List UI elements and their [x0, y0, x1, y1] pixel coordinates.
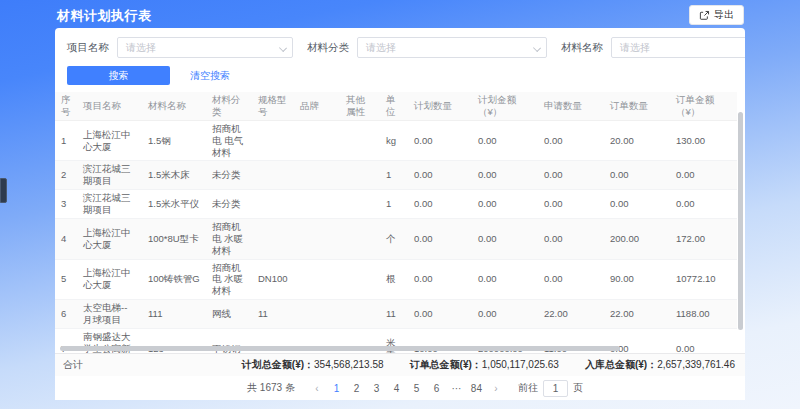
table-cell	[340, 161, 380, 190]
table-cell	[340, 300, 380, 329]
summary-row: 合计 计划总金额(¥)：354,568,213.58订单总金额(¥)：1,050…	[55, 353, 745, 376]
table-cell: 上海松江中心大厦	[77, 218, 142, 259]
table-cell: 3	[55, 190, 77, 219]
table-cell	[294, 120, 340, 161]
table-cell: 0.00	[472, 300, 538, 329]
vertical-scrollbar-thumb[interactable]	[738, 112, 743, 330]
table-cell	[252, 120, 294, 161]
table-cell: 0.00	[538, 259, 604, 300]
table-cell: 0.00	[408, 161, 472, 190]
page-title: 材料计划执行表	[57, 7, 152, 25]
table-cell: 4	[55, 218, 77, 259]
table-cell: 2	[55, 161, 77, 190]
page-button[interactable]: 5	[409, 383, 424, 394]
summary-total-item-label: 计划总金额(¥)：	[242, 359, 314, 370]
table-cell: 根	[380, 259, 408, 300]
filter-material-name: 材料名称 请选择	[561, 37, 745, 58]
page-button[interactable]: 84	[469, 383, 484, 394]
table-cell: 0.00	[538, 120, 604, 161]
pagination-total-count: 共 1673 条	[247, 381, 295, 395]
table-cell: 1.5米水平仪	[142, 190, 206, 219]
page-button[interactable]: 1	[329, 383, 344, 394]
summary-total-item: 计划总金额(¥)：354,568,213.58	[242, 358, 384, 372]
material-category-select[interactable]: 请选择	[357, 37, 547, 58]
table-cell: 滨江花城三期项目	[77, 190, 142, 219]
summary-total-item-value: 2,657,339,761.46	[657, 359, 735, 370]
export-label: 导出	[714, 8, 734, 22]
summary-totals: 计划总金额(¥)：354,568,213.58订单总金额(¥)：1,050,11…	[242, 358, 735, 372]
table-cell: 上海松江中心大厦	[77, 259, 142, 300]
page-button[interactable]: 2	[349, 383, 364, 394]
table-cell	[294, 300, 340, 329]
table-cell	[252, 190, 294, 219]
table-cell: 招商机电 电气材料	[206, 120, 252, 161]
table-cell: 5	[55, 259, 77, 300]
page-button[interactable]: 4	[389, 383, 404, 394]
chevron-down-icon	[279, 44, 287, 52]
horizontal-scrollbar-thumb[interactable]	[60, 346, 620, 351]
column-header: 规格型号	[252, 92, 294, 120]
content-card: 项目名称 请选择 材料分类 请选择 材料名称 请选择 搜索 清空搜索	[55, 28, 745, 400]
column-header: 序号	[55, 92, 77, 120]
table-cell: 111	[142, 300, 206, 329]
table-cell: 0.00	[408, 218, 472, 259]
project-name-select[interactable]: 请选择	[117, 37, 293, 58]
next-page-icon[interactable]: ›	[489, 383, 503, 394]
page-button[interactable]: 3	[369, 383, 384, 394]
goto-page-input[interactable]	[543, 380, 568, 397]
table-cell: 1.5米木床	[142, 161, 206, 190]
table-cell: 0.00	[670, 190, 737, 219]
table-cell: 0.00	[538, 161, 604, 190]
column-header: 订单金额（¥）	[670, 92, 737, 120]
page-button[interactable]: 6	[429, 383, 444, 394]
page-more-icon[interactable]: ···	[449, 383, 464, 394]
table-cell: 0.00	[472, 161, 538, 190]
material-name-select[interactable]: 请选择	[611, 37, 745, 58]
goto-label: 前往	[518, 381, 538, 395]
table-cell	[340, 190, 380, 219]
column-header: 计划数量	[408, 92, 472, 120]
table-row: 4上海松江中心大厦100*8U型卡招商机电 水暖材料个0.000.000.002…	[55, 218, 737, 259]
table-cell: 1	[380, 161, 408, 190]
summary-total-item: 订单总金额(¥)：1,050,117,025.63	[410, 358, 559, 372]
table-cell: 0.00	[472, 120, 538, 161]
table-row: 5上海松江中心大厦100铸铁管G招商机电 水暖材料DN100根0.000.000…	[55, 259, 737, 300]
table-header: 序号项目名称材料名称材料分类规格型号品牌其他属性单位计划数量计划金额（¥）申请数…	[55, 92, 737, 120]
table-cell: 130.00	[670, 120, 737, 161]
prev-page-icon[interactable]: ‹	[310, 383, 324, 394]
column-header: 品牌	[294, 92, 340, 120]
table-cell	[294, 259, 340, 300]
table-cell: 10772.10	[670, 259, 737, 300]
table-row: 2滨江花城三期项目1.5米木床未分类10.000.000.000.000.00	[55, 161, 737, 190]
goto-page-group: 前往 页	[518, 380, 583, 397]
column-header: 项目名称	[77, 92, 142, 120]
material-category-placeholder: 请选择	[366, 41, 396, 55]
table-cell: 100铸铁管G	[142, 259, 206, 300]
table-cell: 1.5钢	[142, 120, 206, 161]
table-cell: 招商机电 水暖材料	[206, 218, 252, 259]
chevron-down-icon	[533, 44, 541, 52]
table-cell: DN100	[252, 259, 294, 300]
table-cell	[340, 218, 380, 259]
summary-total-item-value: 1,050,117,025.63	[482, 359, 559, 370]
table-cell: 未分类	[206, 190, 252, 219]
table-cell: 1188.00	[670, 300, 737, 329]
table-cell: kg	[380, 120, 408, 161]
material-name-placeholder: 请选择	[620, 41, 650, 55]
column-header: 材料分类	[206, 92, 252, 120]
material-name-label: 材料名称	[561, 41, 603, 55]
summary-total-item-label: 入库总金额(¥)：	[585, 359, 657, 370]
table-cell: 172.00	[670, 218, 737, 259]
filter-material-category: 材料分类 请选择	[307, 37, 547, 58]
column-header: 材料名称	[142, 92, 206, 120]
export-button[interactable]: 导出	[689, 5, 744, 25]
table-cell: 招商机电 水暖材料	[206, 259, 252, 300]
table-cell	[294, 190, 340, 219]
search-button[interactable]: 搜索	[67, 66, 170, 85]
table-cell: 网线	[206, 300, 252, 329]
table-cell: 0.00	[604, 161, 670, 190]
material-category-label: 材料分类	[307, 41, 349, 55]
sidebar-collapse-handle[interactable]	[0, 178, 7, 203]
clear-search-link[interactable]: 清空搜索	[190, 69, 230, 83]
table-cell: 0.00	[408, 300, 472, 329]
